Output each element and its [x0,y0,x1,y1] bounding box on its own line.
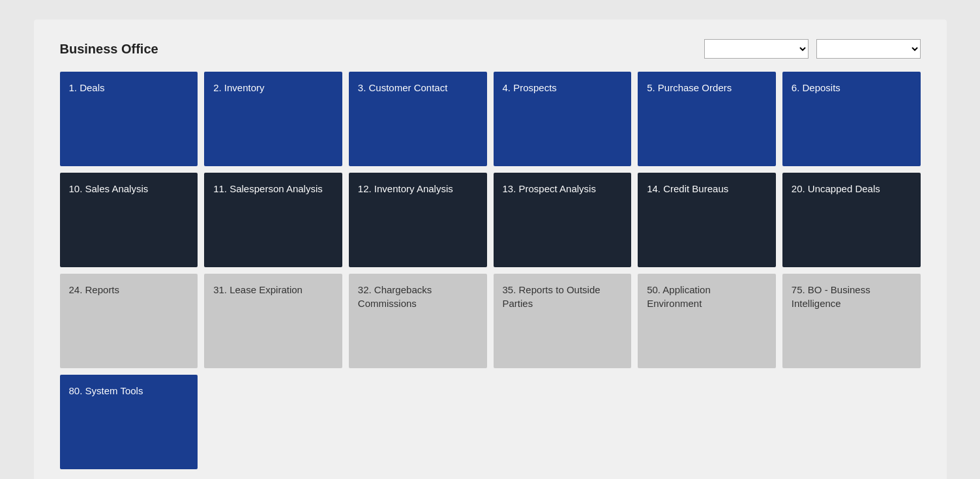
tile-1[interactable]: 1. Deals [60,72,198,166]
tile-35-label: 35. Reports to Outside Parties [503,283,623,310]
tile-31-label: 31. Lease Expiration [213,283,303,297]
header: Business Office [60,39,921,59]
tile-32-label: 32. Chargebacks Commissions [358,283,478,310]
tile-12-label: 12. Inventory Analysis [358,182,453,196]
tile-50-label: 50. Application Environment [647,283,767,310]
tile-20-label: 20. Uncapped Deals [792,182,880,196]
tile-24-label: 24. Reports [69,283,120,297]
tile-13-label: 13. Prospect Analysis [503,182,596,196]
tile-11-label: 11. Salesperson Analysis [213,182,323,196]
tile-35[interactable]: 35. Reports to Outside Parties [494,274,632,368]
header-select-2[interactable] [816,39,921,59]
tile-row-1: 10. Sales Analysis11. Salesperson Analys… [60,173,921,267]
tile-3-label: 3. Customer Contact [358,81,448,94]
tile-32[interactable]: 32. Chargebacks Commissions [349,274,487,368]
tile-3[interactable]: 3. Customer Contact [349,72,487,166]
main-container: Business Office 1. Deals2. Inventory3. C… [34,20,947,479]
tile-6-label: 6. Deposits [792,81,840,94]
tile-2-label: 2. Inventory [213,81,264,94]
tile-13[interactable]: 13. Prospect Analysis [494,173,632,267]
tile-1-label: 1. Deals [69,81,105,94]
header-select-1[interactable] [704,39,809,59]
page-title: Business Office [60,42,158,57]
tile-24[interactable]: 24. Reports [60,274,198,368]
tile-row-0: 1. Deals2. Inventory3. Customer Contact4… [60,72,921,166]
tile-5[interactable]: 5. Purchase Orders [638,72,776,166]
tile-4-label: 4. Prospects [503,81,557,94]
tile-80[interactable]: 80. System Tools [60,375,198,469]
tile-31[interactable]: 31. Lease Expiration [204,274,342,368]
tile-14-label: 14. Credit Bureaus [647,182,728,196]
tile-10[interactable]: 10. Sales Analysis [60,173,198,267]
tile-6[interactable]: 6. Deposits [782,72,921,166]
tile-80-label: 80. System Tools [69,384,143,398]
tile-10-label: 10. Sales Analysis [69,182,149,196]
tile-75[interactable]: 75. BO - Business Intelligence [782,274,921,368]
header-selects [704,39,921,59]
tile-5-label: 5. Purchase Orders [647,81,732,94]
tile-2[interactable]: 2. Inventory [204,72,342,166]
tile-75-label: 75. BO - Business Intelligence [792,283,912,310]
tile-14[interactable]: 14. Credit Bureaus [638,173,776,267]
tile-20[interactable]: 20. Uncapped Deals [782,173,921,267]
tiles-grid: 1. Deals2. Inventory3. Customer Contact4… [60,72,921,469]
tile-11[interactable]: 11. Salesperson Analysis [204,173,342,267]
tile-4[interactable]: 4. Prospects [494,72,632,166]
tile-50[interactable]: 50. Application Environment [638,274,776,368]
tile-row-bottom: 80. System Tools [60,375,921,469]
tile-row-2: 24. Reports31. Lease Expiration32. Charg… [60,274,921,368]
tile-12[interactable]: 12. Inventory Analysis [349,173,487,267]
